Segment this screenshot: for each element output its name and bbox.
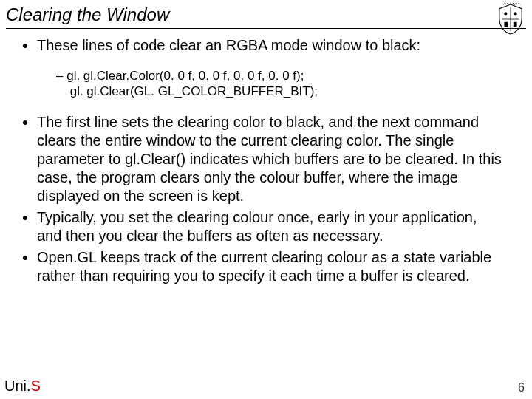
code-lines: gl. gl.Clear.Color(0. 0 f, 0. 0 f, 0. 0 … [56, 68, 502, 100]
slide-title: Clearing the Window [0, 0, 532, 28]
svg-rect-5 [514, 22, 517, 27]
svg-rect-4 [504, 22, 508, 27]
footer-org-part2: S [31, 378, 41, 394]
footer-org-part1: Uni. [4, 378, 31, 394]
bullet-text: Open.GL keeps track of the current clear… [37, 249, 491, 284]
code-line-1: gl. gl.Clear.Color(0. 0 f, 0. 0 f, 0. 0 … [66, 69, 304, 83]
code-line-2: gl. gl.Clear(GL. GL_COLOR_BUFFER_BIT); [56, 83, 502, 99]
list-item: These lines of code clear an RGBA mode w… [37, 36, 502, 100]
list-item: Typically, you set the clearing colour o… [37, 208, 502, 245]
bullet-text: These lines of code clear an RGBA mode w… [37, 37, 420, 53]
svg-point-3 [514, 12, 517, 15]
svg-point-2 [504, 12, 507, 15]
list-item: Open.GL keeps track of the current clear… [37, 248, 502, 285]
title-divider [6, 28, 526, 29]
footer-org: Uni.S [4, 378, 41, 395]
list-item: The first line sets the clearing color t… [37, 113, 502, 205]
bullet-text: The first line sets the clearing color t… [37, 114, 502, 204]
sub-list: gl. gl.Clear.Color(0. 0 f, 0. 0 f, 0. 0 … [56, 68, 502, 100]
bullet-text: Typically, you set the clearing colour o… [37, 209, 477, 244]
university-crest-icon [497, 3, 525, 35]
slide: Clearing the Window These lines of code … [0, 0, 532, 399]
bullet-list: These lines of code clear an RGBA mode w… [16, 36, 502, 285]
page-number: 6 [518, 381, 525, 395]
